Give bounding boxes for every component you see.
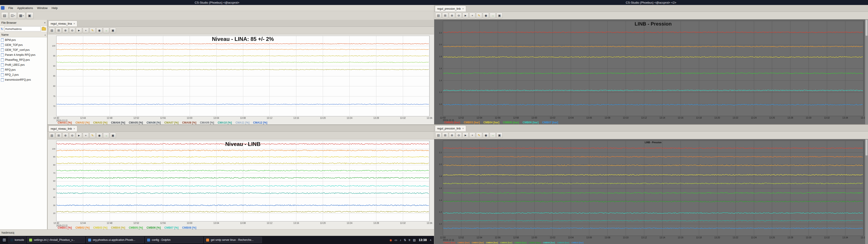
file-item[interactable]: BPM.pvs <box>0 37 47 42</box>
close-icon[interactable]: × <box>462 7 464 10</box>
file-item[interactable]: Profil_LBEC.pvs <box>0 62 47 67</box>
scrollbar[interactable] <box>865 20 868 124</box>
layout-icon[interactable]: ▦▾ <box>18 12 25 19</box>
legend-item[interactable]: CMB04 [bar] <box>486 242 498 244</box>
zoom-out-icon[interactable]: ⊖ <box>456 132 462 138</box>
refresh-icon[interactable]: ↻ <box>1 27 3 31</box>
run-pause-icon[interactable]: → <box>490 132 496 138</box>
stagger-plots-icon[interactable]: ▤ <box>435 13 441 18</box>
close-icon[interactable]: × <box>462 127 464 130</box>
menu-item[interactable]: Applications <box>15 6 35 10</box>
open-display-icon[interactable]: ⊡▾ <box>9 12 17 19</box>
run-pause-icon[interactable]: → <box>490 13 496 18</box>
pointer-icon[interactable]: ► <box>76 28 82 33</box>
legend-item[interactable]: CMA05 [%] <box>129 121 143 124</box>
legend-item[interactable]: CMB03 [%] <box>93 226 107 229</box>
zoom-out-icon[interactable]: ⊖ <box>69 28 75 33</box>
crosshair-icon[interactable]: + <box>83 133 89 138</box>
legend-item[interactable]: CMB04 [bar] <box>483 121 499 124</box>
tab-regul-niveau-lina[interactable]: regul_niveau_lina × <box>49 21 77 26</box>
annotation-icon[interactable]: ✎ <box>476 132 482 138</box>
zoom-out-icon[interactable]: ⊖ <box>456 13 462 18</box>
tile-plots-icon[interactable]: ⊞ <box>442 13 448 18</box>
tile-plots-icon[interactable]: ⊞ <box>442 132 448 138</box>
legend-item[interactable]: CMB08 [%] <box>182 226 196 229</box>
legend-item[interactable]: CMB06 [bar] <box>523 121 539 124</box>
stagger-plots-icon[interactable]: ▤ <box>435 132 441 138</box>
file-browser-icon[interactable]: ▤ <box>1 12 8 19</box>
niveau-lina-chart[interactable] <box>48 34 434 124</box>
zoom-in-icon[interactable]: ⊕ <box>449 132 455 138</box>
file-item[interactable]: Param 4 Amplis RFQ.pvs <box>0 53 47 57</box>
tab-regul-niveau-linb[interactable]: regul_niveau_linb × <box>49 126 77 131</box>
file-item[interactable]: RFQ_2.pvs <box>0 72 47 77</box>
file-item[interactable]: RFQ.pvs <box>0 67 47 72</box>
annotation-icon[interactable]: ✎ <box>476 13 482 18</box>
path-input[interactable] <box>4 26 41 31</box>
legend-item[interactable]: CMB06 [bar] <box>515 242 526 244</box>
stagger-plots-icon[interactable]: ▤ <box>49 28 55 33</box>
clock[interactable]: 13:38 <box>418 238 427 242</box>
print-icon[interactable]: ▣ <box>496 13 502 18</box>
crosshair-icon[interactable]: + <box>469 13 475 18</box>
scrollbar-thumb[interactable] <box>866 20 868 36</box>
close-icon[interactable]: × <box>73 22 75 25</box>
tile-plots-icon[interactable]: ⊞ <box>56 133 62 138</box>
legend-item[interactable]: CMB08 [bar] <box>543 242 555 244</box>
run-pause-icon[interactable]: → <box>103 28 109 33</box>
snapshot-icon[interactable]: ◉ <box>483 132 489 138</box>
file-item[interactable]: PhaseReg_RFQ.pvs <box>0 57 47 62</box>
tab-regul-pression-linb[interactable]: regul_pression_linb × <box>435 6 466 11</box>
niveau-linb-chart[interactable] <box>48 140 434 230</box>
snapshot-icon[interactable]: ◉ <box>96 133 102 138</box>
crosshair-icon[interactable]: + <box>469 132 475 138</box>
legend-item[interactable]: CMA10 [%] <box>218 121 232 124</box>
tray-expander-icon[interactable]: ∧ <box>430 239 432 242</box>
file-item[interactable]: GEM_TOF.pvs <box>0 42 47 48</box>
volume-icon[interactable]: ♪ <box>400 238 401 242</box>
legend-item[interactable]: CMB02 [bar] <box>458 242 469 244</box>
legend-item[interactable]: CMA03 [%] <box>93 121 107 124</box>
legend-item[interactable]: CMB07 [bar] <box>529 242 541 244</box>
scrollbar[interactable] <box>865 139 868 244</box>
legend-item[interactable]: CMB09 [bar] <box>557 242 569 244</box>
pointer-icon[interactable]: ► <box>463 132 469 138</box>
zoom-in-icon[interactable]: ⊕ <box>62 133 68 138</box>
scrollbar-thumb[interactable] <box>866 140 868 155</box>
legend-item[interactable]: CMB05 [bar] <box>503 121 519 124</box>
legend-item[interactable]: CMB04 [%] <box>111 226 125 229</box>
legend-item[interactable]: CMB05 [bar] <box>500 242 512 244</box>
legend-item[interactable]: CMB07 [%] <box>164 226 179 229</box>
taskbar-window-button[interactable]: get smtp server linux - Recherche... <box>204 237 262 243</box>
legend-item[interactable]: CMB03 [bar] <box>472 242 484 244</box>
legend-item[interactable]: CMA12 [%] <box>253 121 268 124</box>
legend-item[interactable]: CMA06 [%] <box>147 121 161 124</box>
run-pause-icon[interactable]: → <box>103 133 109 138</box>
print-icon[interactable]: ▣ <box>110 28 116 33</box>
legend-item[interactable]: CMB06 [%] <box>147 226 161 229</box>
window-titlebar-left[interactable]: CS-Studio (Phoebus) <@accprot> <box>0 0 434 5</box>
notifier-icon[interactable]: ◉ <box>390 238 392 242</box>
clipboard-icon[interactable]: ▤ <box>413 238 416 242</box>
window-titlebar-right[interactable]: CS-Studio (Phoebus) <@accprot> <2> <box>434 0 868 5</box>
legend-item[interactable]: CMA09 [%] <box>200 121 214 124</box>
legend-item[interactable]: CMA02 [%] <box>75 121 90 124</box>
legend-item[interactable]: CMB01 [bar] <box>443 242 455 244</box>
snapshot-icon[interactable]: ◉ <box>96 28 102 33</box>
legend-item[interactable]: CMB01 [%] <box>58 226 72 229</box>
new-window-icon[interactable]: ▣ <box>26 12 33 19</box>
legend-item[interactable]: CMB02 [bar] <box>444 121 460 124</box>
pression-linb-chart[interactable] <box>434 20 868 124</box>
file-item[interactable]: GEM_TOF_conf.pvs <box>0 48 47 53</box>
pointer-icon[interactable]: ► <box>463 13 469 18</box>
legend-item[interactable]: CMB07 [bar] <box>542 121 558 124</box>
pression-linb-chart-2[interactable] <box>434 139 868 244</box>
legend-item[interactable]: CMB03 [bar] <box>464 121 480 124</box>
zoom-in-icon[interactable]: ⊕ <box>62 28 68 33</box>
taskbar-window-button[interactable]: org.phoebus.ui.application.Phoeb... <box>86 237 144 243</box>
menu-item[interactable]: File <box>6 6 15 10</box>
annotation-icon[interactable]: ✎ <box>90 28 96 33</box>
taskbar-window-button[interactable]: config - Dolphin <box>145 237 203 243</box>
crosshair-icon[interactable]: + <box>83 28 89 33</box>
zoom-in-icon[interactable]: ⊕ <box>449 13 455 18</box>
